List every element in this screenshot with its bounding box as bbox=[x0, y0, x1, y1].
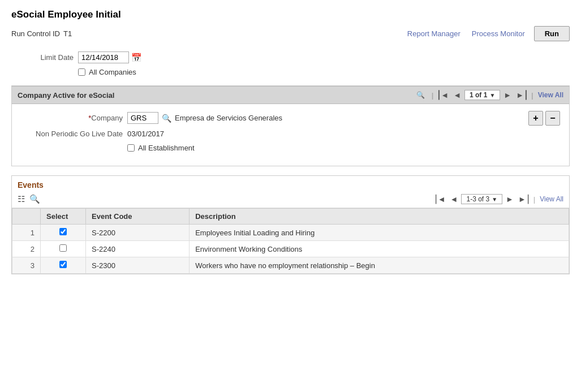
company-nav-prev[interactable]: ◄ bbox=[452, 91, 462, 100]
col-header-event-code: Event Code bbox=[86, 209, 190, 225]
company-nav-last[interactable]: ►⎮ bbox=[515, 91, 529, 100]
add-company-button[interactable]: + bbox=[528, 111, 543, 126]
events-nav-first[interactable]: ⎮◄ bbox=[433, 195, 447, 204]
events-nav-last[interactable]: ►⎮ bbox=[517, 195, 531, 204]
events-pagination: 1-3 of 3 bbox=[466, 195, 489, 203]
row-number: 3 bbox=[12, 257, 41, 274]
company-field-label: *Company bbox=[21, 114, 123, 122]
row-description: Workers who have no employment relations… bbox=[190, 257, 569, 274]
row-select-cell bbox=[41, 241, 86, 257]
company-pagination-dropdown[interactable]: ▼ bbox=[489, 92, 495, 98]
form-section: Limit Date 📅 All Companies bbox=[11, 51, 570, 76]
events-nav-prev[interactable]: ◄ bbox=[449, 195, 459, 204]
col-header-select: Select bbox=[41, 209, 86, 225]
company-field-row: *Company 🔍 Empresa de Servicios Generale… bbox=[21, 112, 560, 124]
events-search-icon[interactable]: 🔍 bbox=[29, 194, 40, 204]
events-table: Select Event Code Description 1S-2200Emp… bbox=[12, 208, 569, 274]
row-select-checkbox[interactable] bbox=[59, 261, 67, 268]
row-number: 2 bbox=[12, 241, 41, 257]
process-monitor-link[interactable]: Process Monitor bbox=[472, 29, 525, 38]
row-select-checkbox[interactable] bbox=[59, 228, 67, 235]
company-lookup-icon[interactable]: 🔍 bbox=[162, 114, 171, 123]
company-page-box: 1 of 1 ▼ bbox=[464, 90, 500, 100]
company-section: Company Active for eSocial 🔍 | ⎮◄ ◄ 1 of… bbox=[11, 85, 570, 166]
non-periodic-label: Non Periodic Go Live Date bbox=[21, 130, 123, 138]
row-number: 1 bbox=[12, 225, 41, 241]
company-view-all[interactable]: View All bbox=[538, 91, 563, 99]
table-row: 1S-2200Employees Initial Loading and Hir… bbox=[12, 225, 569, 241]
non-periodic-value: 03/01/2017 bbox=[127, 130, 164, 138]
company-section-nav: 🔍 | ⎮◄ ◄ 1 of 1 ▼ ► ►⎮ | View All bbox=[416, 90, 563, 100]
company-pagination: 1 of 1 bbox=[470, 91, 487, 99]
company-section-header: Company Active for eSocial 🔍 | ⎮◄ ◄ 1 of… bbox=[12, 86, 569, 104]
company-input[interactable] bbox=[127, 112, 158, 124]
row-event-code: S-2200 bbox=[86, 225, 190, 241]
top-links: Report Manager Process Monitor bbox=[407, 29, 525, 38]
events-toolbar-right: ⎮◄ ◄ 1-3 of 3 ▼ ► ►⎮ | View All bbox=[433, 194, 563, 204]
company-section-title: Company Active for eSocial bbox=[18, 91, 416, 100]
remove-company-button[interactable]: − bbox=[545, 111, 560, 126]
events-section: Events ☷ 🔍 ⎮◄ ◄ 1-3 of 3 ▼ ► ►⎮ | View A… bbox=[11, 175, 570, 274]
top-bar: Run Control ID T1 Report Manager Process… bbox=[11, 26, 570, 41]
row-event-code: S-2300 bbox=[86, 257, 190, 274]
row-select-cell bbox=[41, 257, 86, 274]
limit-date-input[interactable] bbox=[78, 51, 129, 63]
table-row: 2S-2240Environment Working Conditions bbox=[12, 241, 569, 257]
events-title: Events bbox=[12, 176, 569, 192]
non-periodic-row: Non Periodic Go Live Date 03/01/2017 bbox=[21, 130, 560, 138]
events-view-all[interactable]: View All bbox=[540, 195, 563, 203]
add-remove-buttons: + − bbox=[528, 111, 560, 126]
all-companies-row: All Companies bbox=[78, 68, 570, 76]
run-control-label: Run Control ID bbox=[11, 29, 60, 38]
row-event-code: S-2240 bbox=[86, 241, 190, 257]
run-button[interactable]: Run bbox=[534, 26, 570, 41]
all-companies-checkbox[interactable] bbox=[78, 68, 85, 76]
all-establishment-row: All Establishment bbox=[21, 144, 560, 152]
events-toolbar: ☷ 🔍 ⎮◄ ◄ 1-3 of 3 ▼ ► ►⎮ | View All bbox=[12, 192, 569, 208]
company-search-icon[interactable]: 🔍 bbox=[416, 91, 425, 99]
events-nav-next[interactable]: ► bbox=[505, 195, 515, 204]
row-select-checkbox[interactable] bbox=[59, 244, 67, 252]
col-header-description: Description bbox=[190, 209, 569, 225]
company-body: + − *Company 🔍 Empresa de Servicios Gene… bbox=[12, 104, 569, 166]
table-row: 3S-2300Workers who have no employment re… bbox=[12, 257, 569, 274]
row-select-cell bbox=[41, 225, 86, 241]
company-nav-next[interactable]: ► bbox=[502, 91, 513, 100]
all-establishment-label: All Establishment bbox=[138, 144, 195, 152]
events-page-box: 1-3 of 3 ▼ bbox=[461, 194, 502, 204]
row-description: Environment Working Conditions bbox=[190, 241, 569, 257]
company-nav-first[interactable]: ⎮◄ bbox=[436, 91, 450, 100]
col-header-num bbox=[12, 209, 41, 225]
calendar-icon[interactable]: 📅 bbox=[131, 53, 142, 63]
limit-date-row: Limit Date 📅 bbox=[11, 51, 570, 63]
run-control-value: T1 bbox=[63, 29, 72, 38]
all-companies-label: All Companies bbox=[89, 68, 136, 76]
limit-date-label: Limit Date bbox=[11, 53, 74, 62]
row-description: Employees Initial Loading and Hiring bbox=[190, 225, 569, 241]
company-name: Empresa de Servicios Generales bbox=[175, 114, 282, 122]
all-establishment-checkbox[interactable] bbox=[127, 144, 135, 152]
events-pagination-dropdown[interactable]: ▼ bbox=[492, 196, 497, 203]
page-title: eSocial Employee Initial bbox=[11, 9, 570, 20]
events-grid-icon[interactable]: ☷ bbox=[18, 194, 25, 204]
report-manager-link[interactable]: Report Manager bbox=[407, 29, 461, 38]
company-input-wrap: 🔍 Empresa de Servicios Generales bbox=[127, 112, 282, 124]
required-star: * bbox=[88, 114, 91, 122]
